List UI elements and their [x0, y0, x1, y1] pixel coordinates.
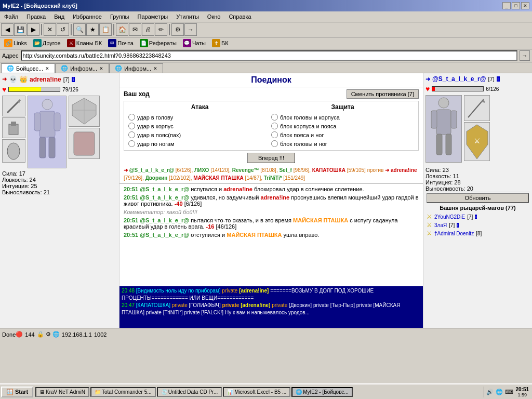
- defense-option-3[interactable]: блок головы и ног: [271, 139, 414, 148]
- taskbar-item-4[interactable]: 🌐 MyIE2 - [Бойцовс...: [291, 387, 352, 397]
- tools-button[interactable]: ⚙: [171, 23, 184, 36]
- menu-window[interactable]: Окно: [203, 12, 225, 21]
- menu-favorites[interactable]: Избранное: [69, 12, 106, 21]
- log-player-adrena-1[interactable]: adrena!ine: [260, 194, 289, 201]
- location-player-name-2[interactable]: †Admiral Doenitz: [434, 231, 474, 236]
- log-player-stalker-2[interactable]: @S_t_a_l_k_e_r@: [140, 217, 189, 223]
- tab-1-close[interactable]: ✕: [99, 66, 103, 71]
- attack-label-2: удар в пояс(пах): [137, 132, 181, 138]
- menu-view[interactable]: Вид: [50, 12, 69, 21]
- search-button[interactable]: 🔍: [73, 23, 86, 36]
- maximize-button[interactable]: □: [512, 2, 520, 9]
- tab-0-close[interactable]: ✕: [45, 66, 49, 71]
- log-player-stalker-1[interactable]: @S_t_a_l_k_e_r@: [140, 194, 189, 201]
- location-icon-0: ⚔: [427, 213, 432, 220]
- defense-option-1[interactable]: блок корпуса и пояса: [271, 122, 414, 130]
- opp-adrena[interactable]: adrena!ine: [391, 167, 417, 173]
- attack-option-0[interactable]: удар в голову: [128, 113, 271, 122]
- location-icon-2: ⚔: [427, 230, 432, 237]
- save-button[interactable]: 💾: [14, 23, 26, 36]
- forward-button[interactable]: ▶: [27, 23, 39, 36]
- links-item-other[interactable]: 📂 Другое: [31, 38, 63, 48]
- attack-radio-1[interactable]: [128, 123, 135, 129]
- player2-hp-bar-bg: [432, 86, 484, 91]
- start-icon: 🪟: [6, 389, 14, 395]
- menu-help[interactable]: Справка: [224, 12, 255, 21]
- player1-images: [2, 96, 117, 168]
- taskbar-item-2[interactable]: 💿 Untitled Data CD Pr...: [157, 387, 222, 397]
- defense-radio-1[interactable]: [271, 123, 278, 129]
- back-button[interactable]: ◀: [1, 23, 14, 36]
- menu-utils[interactable]: Утилиты: [172, 12, 203, 21]
- log-player-stalker-0[interactable]: @S_t_a_l_k_e_r@: [140, 186, 189, 192]
- opp-arrow-2: ➜: [385, 167, 389, 173]
- minimize-button[interactable]: _: [502, 2, 511, 9]
- player2-items: ⚔: [464, 95, 490, 163]
- opp-liho[interactable]: ЛИХО: [194, 167, 209, 173]
- tab-0[interactable]: 🌐 Бойцовс... ✕: [1, 63, 55, 73]
- home-button[interactable]: 🏠: [116, 23, 128, 36]
- defense-radio-0[interactable]: [271, 114, 278, 121]
- location-player-name-1[interactable]: 3лаЯ: [434, 222, 447, 228]
- defense-radio-2[interactable]: [271, 131, 278, 138]
- address-go-button[interactable]: →: [520, 50, 530, 61]
- start-button[interactable]: 🪟 Start: [1, 387, 33, 397]
- opp-stalker[interactable]: @S_t_a_l_k_e_r@: [129, 167, 174, 173]
- tab-1[interactable]: 🌐 Информ... ✕: [55, 63, 109, 73]
- mail-button[interactable]: ✉: [129, 23, 141, 36]
- attack-radio-2[interactable]: [128, 131, 135, 138]
- defense-radio-3[interactable]: [271, 140, 278, 147]
- menu-edit[interactable]: Правка: [22, 12, 50, 21]
- opp-kapata[interactable]: КАПАТОШКА: [312, 167, 345, 173]
- favorites-button[interactable]: ★: [86, 23, 99, 36]
- links-item-mail[interactable]: ✉ Почта: [106, 38, 136, 48]
- update-button[interactable]: Обновить: [427, 193, 529, 203]
- battle-form: Атака удар в голову удар в корпус удар в…: [124, 101, 419, 151]
- player1-weapon-item: [2, 96, 25, 116]
- attack-radio-0[interactable]: [128, 114, 135, 121]
- attack-option-2[interactable]: удар в пояс(пах): [128, 130, 271, 139]
- attack-option-3[interactable]: удар по ногам: [128, 139, 271, 148]
- log-player-stalker-3[interactable]: @S_t_a_l_k_e_r@: [140, 232, 189, 238]
- taskbar-item-3[interactable]: 📊 Microsoft Excel - B5 ...: [223, 387, 290, 397]
- links-item-bk[interactable]: 🗡 БК: [210, 38, 231, 48]
- opp-setf[interactable]: Set_f: [279, 167, 291, 173]
- edit-button[interactable]: ✏: [155, 23, 167, 36]
- svg-rect-9: [39, 137, 46, 158]
- opp-dvorkin[interactable]: Дворкин: [145, 175, 168, 181]
- stop-button[interactable]: ✕: [44, 23, 56, 36]
- links-item-chats[interactable]: 💬 Чаты: [181, 38, 208, 48]
- status-bar: Done 🔴 144 🔒 ⚙ 🌐 192.168.1.1 1002: [0, 328, 532, 340]
- player2-name[interactable]: @S_t_a_l_k_e_r@: [432, 75, 486, 83]
- links-item-refs[interactable]: 📄 Рефераты: [138, 38, 179, 48]
- print-button[interactable]: 🖨: [142, 23, 154, 36]
- defense-option-0[interactable]: блок головы и корпуса: [271, 113, 414, 122]
- change-opponent-button[interactable]: Сменить противника [7]: [347, 89, 419, 99]
- links-item-clans[interactable]: ⚔ Кланы БК: [65, 38, 104, 48]
- log-player-adrena-0[interactable]: adrena!ine: [223, 186, 252, 192]
- player1-name[interactable]: adrena!ine: [30, 76, 61, 83]
- submit-button[interactable]: Вперед !!!: [247, 153, 295, 163]
- address-input[interactable]: [21, 50, 518, 61]
- extra-button[interactable]: →: [184, 23, 197, 36]
- menu-params[interactable]: Параметры: [134, 12, 172, 21]
- attack-option-1[interactable]: удар в корпус: [128, 122, 271, 130]
- menu-groups[interactable]: Группы: [106, 12, 134, 21]
- opp-revenge[interactable]: Revenge™: [232, 167, 259, 173]
- refresh-button[interactable]: ↺: [57, 23, 69, 36]
- tab-2[interactable]: 🌐 Информ... ✕: [109, 63, 163, 73]
- log-player-mayskaya-3[interactable]: МАЙСКАЯ ПТАШКА: [227, 232, 282, 238]
- close-button[interactable]: ✕: [521, 2, 529, 9]
- log-player-mayskaya[interactable]: МАЙСКАЯ ПТАШКА: [293, 217, 348, 223]
- links-item-links[interactable]: 🔗 Links: [2, 38, 29, 48]
- opp-mayskaya[interactable]: МАЙСКАЯ ПТАШКА: [193, 175, 244, 181]
- tab-2-close[interactable]: ✕: [153, 66, 157, 71]
- taskbar-item-0[interactable]: 🖥 KraV NeT AdmiN: [35, 387, 89, 397]
- opp-triniti[interactable]: TriNiTi*: [264, 175, 282, 181]
- attack-radio-3[interactable]: [128, 140, 135, 147]
- menu-file[interactable]: Файл: [0, 12, 22, 21]
- location-player-name-0[interactable]: 2YouNG2DiE: [434, 214, 465, 220]
- defense-option-2[interactable]: блок пояса и ног: [271, 130, 414, 139]
- taskbar-item-1[interactable]: 📁 Total Commander 5...: [90, 387, 156, 397]
- history-button[interactable]: 📋: [99, 23, 112, 36]
